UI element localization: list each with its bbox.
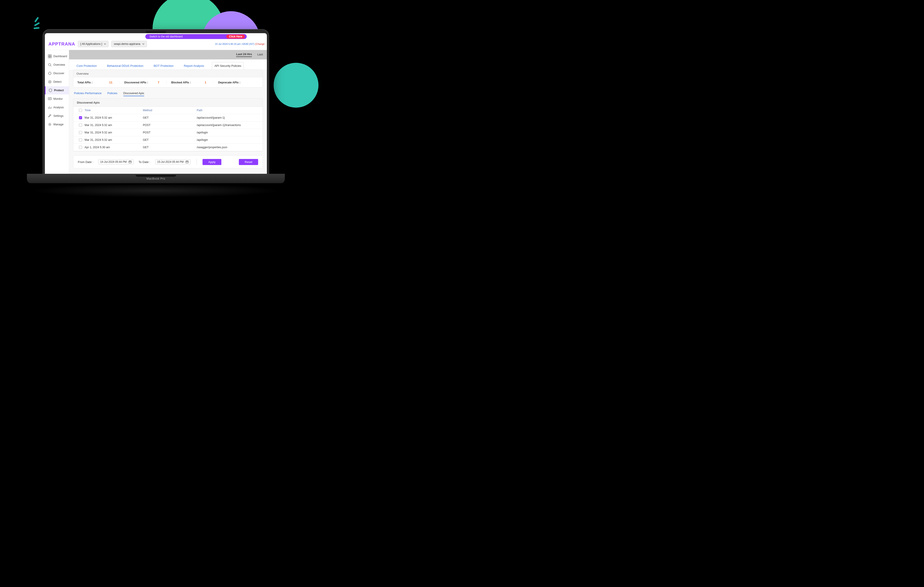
discover-icon: [48, 71, 51, 75]
apps-dropdown[interactable]: [ All Applications ]: [78, 41, 109, 47]
switch-banner: Switch to the old dashboard Click Here: [145, 34, 247, 39]
chevron-down-icon: [104, 43, 106, 45]
table-header-row: Time Method Path: [73, 107, 262, 114]
header-timestamp: 15 Jul 2024 5:45:15 pm +0530 (IST) (Chan…: [215, 43, 265, 45]
stat-deprecate-apis: Deprecate APIs :: [213, 81, 259, 84]
laptop-shadow: [31, 184, 280, 197]
overview-panel: Overview Total APIs : 11 Discovered APIs…: [73, 69, 263, 87]
time-range-24hrs[interactable]: Last 24 Hrs: [236, 53, 252, 57]
sidebar-item-protect[interactable]: Protect: [45, 86, 69, 94]
subtab-policies-performance[interactable]: Policies Performance: [74, 91, 102, 96]
cell-time: Apr 1, 2024 5:30 am: [84, 146, 143, 149]
svg-rect-2: [48, 56, 50, 58]
timestamp-change-link[interactable]: (Change: [255, 43, 265, 45]
calendar-icon: [185, 160, 189, 163]
to-date-label: To Date :: [139, 160, 150, 164]
sidebar-label: Settings: [53, 114, 63, 117]
sidebar-label: Monitor: [53, 97, 63, 101]
banner-text: Switch to the old dashboard: [149, 35, 183, 38]
monitor-icon: [48, 97, 51, 101]
stat-value: 7: [158, 81, 165, 84]
app-header: APPTRANA [ All Applications ] seapi.demo…: [45, 39, 267, 50]
to-date-value: 15-Jul-2024 05:44 PM: [157, 160, 184, 163]
svg-rect-8: [48, 97, 51, 100]
sidebar-item-settings[interactable]: Settings: [45, 112, 69, 120]
brand-logo: APPTRANA: [48, 41, 75, 47]
domain-dropdown-label: seapi.demo-apptrana: [114, 42, 140, 46]
table-row: Mar 31, 2024 5:32 am GET /api/login: [73, 136, 262, 144]
row-checkbox[interactable]: [79, 131, 82, 134]
svg-rect-10: [129, 161, 131, 163]
cell-path: /api/account/{param-1}: [197, 116, 259, 119]
cell-time: Mar 31, 2024 5:32 am: [84, 131, 143, 134]
time-range-last[interactable]: Last: [257, 53, 263, 57]
row-checkbox[interactable]: [79, 146, 82, 149]
subtab-discovered-apis[interactable]: Discovered Apis: [123, 91, 144, 96]
cell-method: POST: [143, 124, 197, 127]
row-checkbox[interactable]: [79, 124, 82, 127]
cell-path: /swagger/properties.json: [197, 146, 259, 149]
detect-icon: [48, 80, 51, 84]
domain-dropdown[interactable]: seapi.demo-apptrana: [111, 41, 147, 47]
tab-report-analysis[interactable]: Report Analysis: [182, 62, 206, 69]
subtab-policies[interactable]: Policies: [107, 91, 117, 96]
svg-point-9: [49, 124, 51, 125]
table-row: Mar 31, 2024 5:32 am POST /api/login: [73, 129, 262, 136]
from-date-label: From Date :: [78, 160, 93, 164]
sidebar-item-overview[interactable]: Overview: [45, 61, 69, 69]
row-checkbox[interactable]: [79, 139, 82, 142]
stat-value: 1: [205, 81, 212, 84]
sidebar-item-dashboard[interactable]: Dashboard: [45, 52, 69, 60]
cell-method: POST: [143, 131, 197, 134]
select-all-checkbox[interactable]: [79, 109, 82, 112]
cell-method: GET: [143, 139, 197, 142]
calendar-icon: [129, 160, 132, 163]
cell-path: /api/login: [197, 131, 259, 134]
sidebar-item-monitor[interactable]: Monitor: [45, 95, 69, 103]
sidebar-label: Protect: [54, 89, 64, 92]
row-checkbox[interactable]: [79, 116, 82, 119]
app-screen: Switch to the old dashboard Click Here A…: [45, 33, 267, 177]
to-date-input[interactable]: 15-Jul-2024 05:44 PM: [155, 160, 191, 164]
content-area: Last 24 Hrs Last Core Protection Behavio…: [69, 50, 267, 177]
cell-time: Mar 31, 2024 5:32 am: [84, 124, 143, 127]
tab-behavioral-ddos[interactable]: Behavioral DDoS Protection: [104, 62, 146, 69]
stat-label: Blocked APIs :: [172, 81, 191, 84]
from-date-input[interactable]: 14-Jul-2024 05:44 PM: [98, 160, 134, 164]
tab-api-security[interactable]: API Security Policies: [212, 62, 244, 69]
reset-button[interactable]: Reset: [239, 159, 258, 165]
time-range-bar: Last 24 Hrs Last: [69, 50, 267, 59]
svg-rect-0: [48, 55, 50, 56]
svg-point-4: [48, 63, 51, 66]
discovered-table: Time Method Path Mar 31, 2024 5:32 am GE…: [73, 107, 263, 151]
divider: [196, 159, 197, 165]
sidebar-item-manage[interactable]: Manage: [45, 120, 69, 129]
tab-bot-protection[interactable]: BOT Protection: [151, 62, 176, 69]
col-method[interactable]: Method: [143, 109, 197, 112]
svg-rect-11: [186, 161, 188, 163]
sidebar-item-detect[interactable]: Detect: [45, 78, 69, 86]
table-row: Apr 1, 2024 5:30 am GET /swagger/propert…: [73, 144, 262, 151]
stat-total-apis: Total APIs : 11: [78, 81, 118, 84]
laptop-base: MacBook Pro: [27, 174, 285, 183]
cell-time: Mar 31, 2024 5:32 am: [84, 116, 143, 119]
date-filter-bar: From Date : 14-Jul-2024 05:44 PM To Date…: [73, 155, 263, 168]
sidebar-item-discover[interactable]: Discover: [45, 69, 69, 77]
stat-blocked-apis: Blocked APIs : 1: [166, 81, 212, 84]
stat-label: Deprecate APIs :: [218, 81, 241, 84]
sidebar-label: Dashboard: [53, 55, 67, 58]
col-time[interactable]: Time: [84, 109, 143, 112]
sidebar-label: Discover: [53, 72, 64, 75]
sidebar-item-analysis[interactable]: Analysis: [45, 103, 69, 111]
wrench-icon: [48, 114, 51, 118]
cell-path: /api/login: [197, 139, 259, 142]
sidebar: Dashboard Overview Discover Detect Prote…: [45, 50, 69, 177]
apps-dropdown-label: [ All Applications ]: [80, 42, 102, 46]
svg-rect-1: [50, 55, 51, 56]
banner-cta-button[interactable]: Click Here: [226, 35, 245, 39]
svg-point-7: [50, 81, 50, 82]
tab-core-protection[interactable]: Core Protection: [74, 62, 99, 69]
stat-label: Total APIs :: [78, 81, 92, 84]
apply-button[interactable]: Apply: [203, 159, 221, 165]
col-path[interactable]: Path: [197, 109, 259, 112]
